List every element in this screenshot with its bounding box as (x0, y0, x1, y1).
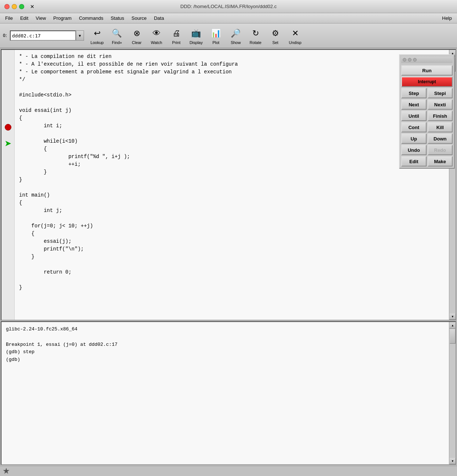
source-wrapper: ➤ * - La compilation ne dit rien * - A l… (1, 50, 449, 320)
menu-commands[interactable]: Commands (75, 14, 107, 22)
watch-button[interactable]: 👁 Watch (148, 27, 165, 45)
cmd-max[interactable] (413, 58, 417, 62)
console-scroll-down[interactable]: ▼ (449, 458, 456, 464)
clear-icon: ⊗ (130, 27, 143, 40)
stepi-button[interactable]: Stepi (428, 88, 449, 98)
print-label: Print (172, 40, 180, 45)
display-button[interactable]: 📺 Display (187, 27, 205, 45)
cmd-min[interactable] (408, 58, 412, 62)
title-bar: ✕ DDD: /home/LOCAL.ISIMA.FR/loyon/ddd02.… (0, 0, 457, 13)
redo-button[interactable]: Redo (428, 145, 449, 155)
cont-button[interactable]: Cont (401, 122, 427, 132)
menu-data[interactable]: Data (150, 14, 168, 22)
find-button[interactable]: 🔍 Find» (108, 27, 126, 45)
status-icon (3, 468, 10, 475)
command-panel: Run Interrupt Step Stepi Next Nexti Unti… (399, 54, 449, 169)
source-gutter: ➤ (1, 50, 15, 320)
find-icon: 🔍 (110, 27, 124, 40)
up-button[interactable]: Up (401, 133, 427, 144)
console-scroll-up[interactable]: ▲ (449, 322, 456, 329)
status-bar (0, 466, 457, 476)
rotate-icon: ↻ (249, 27, 262, 40)
until-button[interactable]: Until (401, 111, 427, 121)
show-icon: 🔎 (229, 27, 242, 40)
arrow-icon: ➤ (5, 139, 11, 148)
rotate-button[interactable]: ↻ Rotate (247, 27, 264, 45)
finish-button[interactable]: Finish (428, 111, 449, 121)
menu-status[interactable]: Status (107, 14, 128, 22)
menu-help[interactable]: Help (438, 14, 456, 22)
clear-button[interactable]: ⊗ Clear (128, 27, 146, 45)
display-label: Display (190, 40, 203, 45)
scroll-down-button[interactable]: ▼ (449, 313, 456, 320)
make-button[interactable]: Make (428, 156, 449, 166)
lookup-button[interactable]: ↩ Lookup (88, 27, 106, 45)
window-title: DDD: /home/LOCAL.ISIMA.FR/loyon/ddd02.c (180, 4, 277, 9)
menu-view[interactable]: View (32, 14, 50, 22)
print-button[interactable]: 🖨 Print (168, 27, 185, 45)
traffic-lights (4, 4, 24, 9)
minimize-button[interactable] (12, 4, 17, 9)
set-icon: ⚙ (269, 27, 282, 40)
next-button[interactable]: Next (401, 99, 427, 110)
menu-bar: File Edit View Program Commands Status S… (0, 13, 457, 23)
nexti-button[interactable]: Nexti (428, 99, 449, 110)
find-label: Find» (112, 40, 122, 45)
toolbar-input-wrapper: ▼ (10, 30, 84, 41)
console-panel: glibc-2.24-10.fc25.x86_64 Breakpoint 1, … (1, 321, 456, 465)
undo-button[interactable]: Undo (401, 145, 427, 155)
window-icon: ✕ (30, 4, 34, 10)
interrupt-button[interactable]: Interrupt (401, 77, 449, 87)
cmd-title-bar (401, 56, 449, 63)
console-scroll-thumb[interactable] (450, 329, 456, 344)
clear-label: Clear (132, 40, 142, 45)
toolbar: 0: ▼ ↩ Lookup 🔍 Find» ⊗ Clear 👁 Watch 🖨 … (0, 23, 457, 48)
menu-source[interactable]: Source (128, 14, 150, 22)
set-label: Set (272, 40, 278, 45)
set-button[interactable]: ⚙ Set (267, 27, 284, 45)
plot-label: Plot (212, 40, 219, 45)
cmd-buttons: Run Interrupt Step Stepi Next Nexti Unti… (401, 65, 449, 166)
console-content[interactable]: glibc-2.24-10.fc25.x86_64 Breakpoint 1, … (1, 322, 449, 464)
lookup-icon: ↩ (91, 27, 104, 40)
maximize-button[interactable] (19, 4, 24, 9)
close-button[interactable] (4, 4, 10, 9)
display-icon: 📺 (190, 27, 203, 40)
breakpoint-icon (5, 124, 11, 131)
menu-edit[interactable]: Edit (17, 14, 32, 22)
menu-file[interactable]: File (1, 14, 17, 22)
toolbar-dropdown[interactable]: ▼ (76, 30, 84, 41)
toolbar-input[interactable] (10, 30, 76, 41)
watch-icon: 👁 (150, 27, 163, 40)
breakpoint-marker (5, 123, 11, 131)
down-button[interactable]: Down (428, 133, 449, 144)
main-area: ➤ * - La compilation ne dit rien * - A l… (0, 48, 457, 466)
console-scroll-track[interactable] (449, 329, 456, 458)
plot-icon: 📊 (209, 27, 223, 40)
toolbar-label: 0: (3, 33, 8, 38)
undisp-label: Undisp (289, 40, 301, 45)
rotate-label: Rotate (249, 40, 261, 45)
step-button[interactable]: Step (401, 88, 427, 98)
plot-button[interactable]: 📊 Plot (207, 27, 225, 45)
toolbar-buttons: ↩ Lookup 🔍 Find» ⊗ Clear 👁 Watch 🖨 Print… (88, 27, 304, 45)
undisp-icon: ✕ (289, 27, 302, 40)
lookup-label: Lookup (91, 40, 104, 45)
console-scrollbar[interactable]: ▲ ▼ (449, 322, 456, 464)
source-panel: ➤ * - La compilation ne dit rien * - A l… (1, 49, 456, 321)
menu-program[interactable]: Program (50, 14, 75, 22)
toolbar-left: 0: ▼ (3, 30, 84, 41)
edit-button[interactable]: Edit (401, 156, 427, 166)
watch-label: Watch (151, 40, 162, 45)
print-icon: 🖨 (170, 27, 183, 40)
cmd-close[interactable] (403, 58, 406, 62)
kill-button[interactable]: Kill (428, 122, 449, 132)
source-code[interactable]: * - La compilation ne dit rien * - A l'e… (15, 50, 449, 320)
show-button[interactable]: 🔎 Show (227, 27, 245, 45)
current-line-marker: ➤ (5, 139, 11, 147)
run-button[interactable]: Run (401, 65, 449, 76)
show-label: Show (231, 40, 241, 45)
undisp-button[interactable]: ✕ Undisp (286, 27, 304, 45)
